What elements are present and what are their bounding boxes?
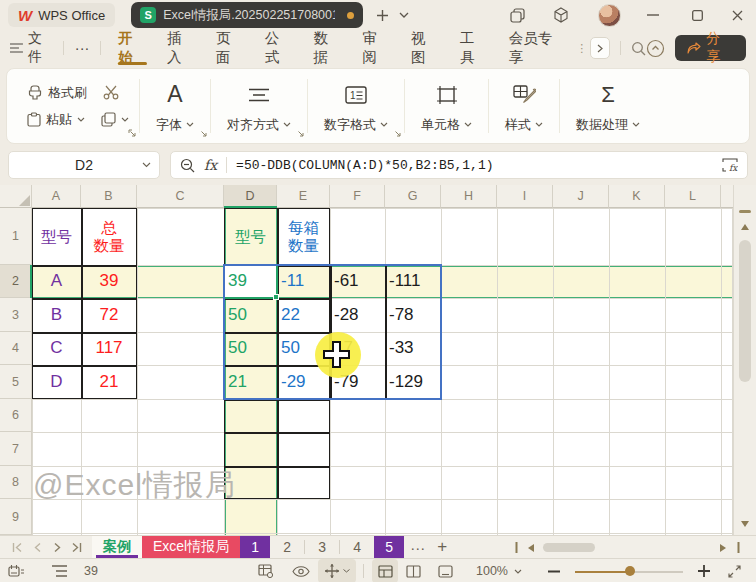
row-header-5[interactable]: 5	[0, 365, 32, 399]
user-avatar[interactable]	[594, 0, 624, 30]
outline-icon[interactable]	[52, 559, 67, 582]
menu-tab-9[interactable]: 会员专享	[499, 30, 577, 66]
cell-B2[interactable]: 39	[81, 265, 137, 298]
cell-D1[interactable]: 型号	[224, 208, 277, 265]
zoom-level-label[interactable]: 100%	[476, 559, 508, 582]
eye-reading-mode-icon[interactable]	[292, 559, 310, 582]
cell-B1[interactable]: 总数量	[81, 208, 137, 265]
font-group-button[interactable]: A 字体	[140, 73, 210, 139]
sheet-tab-5[interactable]: 3	[305, 536, 339, 558]
horizontal-scroll-thumb[interactable]	[543, 543, 595, 552]
menu-tab-1[interactable]: 开始	[108, 30, 157, 66]
clipboard-dialog-launcher[interactable]	[128, 129, 136, 137]
close-button[interactable]	[722, 0, 752, 30]
row-header-4[interactable]: 4	[0, 332, 32, 365]
column-header-A[interactable]: A	[32, 185, 81, 208]
cell-B5[interactable]: 21	[81, 365, 137, 399]
ribbon-tabs-overflow-button[interactable]	[590, 37, 610, 59]
cell-G5[interactable]: -129	[385, 365, 441, 399]
menu-tab-7[interactable]: 视图	[401, 30, 450, 66]
row-header-1[interactable]: 1	[0, 208, 32, 265]
spotlight-selector-button[interactable]	[318, 559, 356, 582]
next-sheet-button[interactable]	[48, 538, 66, 556]
cell-G4[interactable]: -33	[385, 332, 441, 365]
menu-overflow-dots[interactable]: ···	[71, 30, 94, 66]
tab-list-chevron-button[interactable]	[393, 4, 415, 26]
menu-tab-6[interactable]: 审阅	[352, 30, 401, 66]
file-menu-button[interactable]: 文件	[10, 30, 56, 66]
column-header-E[interactable]: E	[277, 185, 330, 208]
cell-D3[interactable]: 50	[224, 298, 277, 332]
cell-B4[interactable]: 117	[81, 332, 137, 365]
cell-A2[interactable]: A	[32, 265, 81, 298]
menu-tab-2[interactable]: 插入	[157, 30, 206, 66]
column-header-K[interactable]: K	[609, 185, 665, 208]
menu-tab-5[interactable]: 数据	[303, 30, 352, 66]
search-icon[interactable]	[631, 41, 646, 56]
cell-G3[interactable]: -78	[385, 298, 441, 332]
column-header-B[interactable]: B	[81, 185, 137, 208]
format-painter-button[interactable]: 格式刷	[27, 84, 87, 102]
vertical-scrollbar[interactable]	[733, 185, 756, 535]
column-header-F[interactable]: F	[330, 185, 385, 208]
zoom-out-button[interactable]	[548, 559, 560, 582]
number-format-dialog-launcher[interactable]	[393, 129, 401, 137]
zoom-chevron-icon[interactable]	[514, 559, 522, 582]
column-header-J[interactable]: J	[553, 185, 609, 208]
cells-group-button[interactable]: 单元格	[405, 73, 488, 139]
cut-button[interactable]	[103, 85, 120, 100]
sheet-tab-2[interactable]: Excel情报局	[142, 536, 240, 558]
number-format-group-button[interactable]: 1 数字格式	[308, 73, 404, 139]
column-header-C[interactable]: C	[137, 185, 224, 208]
add-sheet-button[interactable]: +	[431, 536, 453, 558]
hscroll-left-pin[interactable]	[515, 536, 518, 559]
alignment-dialog-launcher[interactable]	[296, 129, 304, 137]
column-header-I[interactable]: I	[497, 185, 553, 208]
formula-input[interactable]: fx =50-DDB(COLUMN(A:D)*50,B2:B5,1,1) fx	[170, 151, 748, 179]
minimize-button[interactable]	[638, 0, 668, 30]
first-sheet-button[interactable]	[8, 538, 26, 556]
cell-B3[interactable]: 72	[81, 298, 137, 332]
split-handle[interactable]	[739, 210, 751, 213]
column-header-G[interactable]: G	[385, 185, 441, 208]
sheet-tab-4[interactable]: 2	[270, 536, 304, 558]
fx-label[interactable]: fx	[204, 157, 217, 173]
cell-A4[interactable]: C	[32, 332, 81, 365]
name-box[interactable]: D2	[8, 151, 160, 179]
cell-E3[interactable]: 22	[277, 298, 330, 332]
cell-A5[interactable]: D	[32, 365, 81, 399]
row-header-6[interactable]: 6	[0, 399, 32, 432]
cell-D5[interactable]: 21	[224, 365, 277, 399]
copy-button[interactable]	[101, 112, 129, 127]
paste-button[interactable]: 粘贴	[27, 111, 85, 129]
hscroll-right-arrow[interactable]	[720, 536, 726, 559]
row-header-8[interactable]: 8	[0, 466, 32, 499]
sheet-tab-1[interactable]: 案例	[92, 536, 142, 558]
fullscreen-icon[interactable]	[728, 559, 741, 582]
chevron-down-icon[interactable]	[142, 162, 151, 168]
font-dialog-launcher[interactable]	[199, 129, 207, 137]
cell-D2[interactable]: 39	[224, 265, 277, 298]
more-sheets-button[interactable]: ···	[404, 536, 431, 558]
cell-A1[interactable]: 型号	[32, 208, 81, 265]
menu-tab-4[interactable]: 公式	[255, 30, 304, 66]
cell-D4[interactable]: 50	[224, 332, 277, 365]
alignment-group-button[interactable]: 对齐方式	[211, 73, 307, 139]
cell-F3[interactable]: -28	[330, 298, 385, 332]
menu-tab-3[interactable]: 页面	[206, 30, 255, 66]
normal-view-button[interactable]	[372, 559, 398, 582]
cell-E1[interactable]: 每箱数量	[277, 208, 330, 265]
hscroll-right-pin[interactable]	[737, 536, 740, 559]
cell-E2[interactable]: -11	[277, 265, 330, 298]
new-tab-button[interactable]	[371, 4, 393, 26]
table-tools-icon[interactable]	[258, 559, 274, 582]
stamp-icon[interactable]	[8, 559, 25, 582]
column-header-H[interactable]: H	[441, 185, 497, 208]
document-tab[interactable]: S Excel情报局.2025022517080013	[131, 2, 363, 28]
page-break-view-button[interactable]	[438, 559, 453, 582]
row-header-3[interactable]: 3	[0, 298, 32, 332]
row-header-2[interactable]: 2	[0, 265, 32, 298]
vertical-scroll-thumb[interactable]	[739, 240, 751, 382]
upgrade-sync-icon[interactable]	[646, 39, 665, 58]
zoom-out-icon[interactable]	[180, 158, 195, 173]
